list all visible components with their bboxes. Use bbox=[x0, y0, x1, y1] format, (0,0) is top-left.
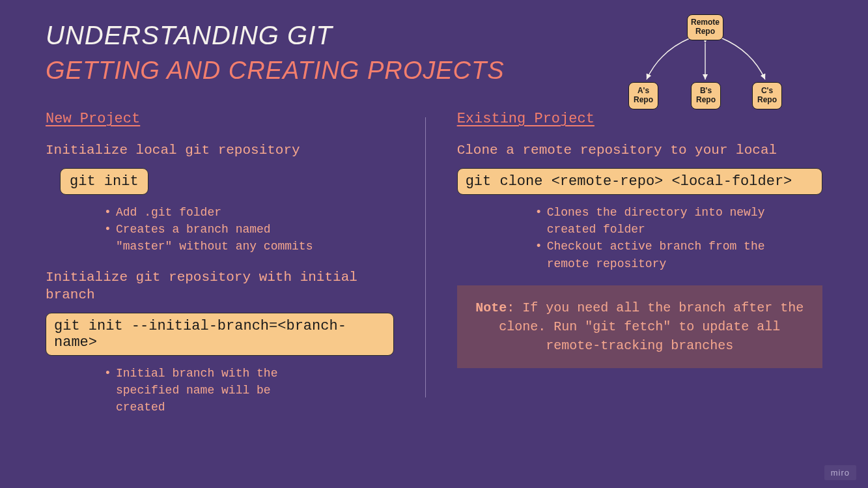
list-item: Clones the directory into newly created … bbox=[535, 204, 770, 238]
bullets-git-init: Add .git folder Creates a branch named "… bbox=[104, 204, 319, 255]
note-body: : If you need all the branch after the c… bbox=[499, 300, 804, 353]
list-item: Add .git folder bbox=[104, 204, 319, 221]
bullets-git-clone: Clones the directory into newly created … bbox=[535, 204, 770, 272]
node-a-repo: A'sRepo bbox=[628, 82, 658, 109]
list-item: Initial branch with the specified name w… bbox=[104, 365, 319, 416]
column-divider bbox=[425, 117, 426, 397]
column-existing-project: Existing Project Clone a remote reposito… bbox=[457, 111, 822, 429]
desc-git-clone: Clone a remote repository to your local bbox=[457, 141, 822, 159]
code-git-clone: git clone <remote-repo> <local-folder> bbox=[457, 168, 822, 195]
list-item: Checkout active branch from the remote r… bbox=[535, 238, 770, 272]
watermark: miro bbox=[824, 465, 856, 480]
list-item: Creates a branch named "master" without … bbox=[104, 221, 319, 255]
node-remote-repo: RemoteRepo bbox=[687, 14, 723, 40]
bullets-git-init-branch: Initial branch with the specified name w… bbox=[104, 365, 319, 416]
code-git-init-branch: git init --initial-branch=<branch-name> bbox=[46, 313, 394, 356]
note-box: Note: If you need all the branch after t… bbox=[457, 285, 822, 368]
section-title-new: New Project bbox=[46, 111, 394, 127]
column-new-project: New Project Initialize local git reposit… bbox=[46, 111, 394, 429]
repo-diagram: RemoteRepo A'sRepo B'sRepo C'sRepo bbox=[614, 12, 796, 116]
columns: New Project Initialize local git reposit… bbox=[46, 111, 822, 429]
node-b-repo: B'sRepo bbox=[691, 82, 721, 109]
node-c-repo: C'sRepo bbox=[752, 82, 782, 109]
desc-git-init-branch: Initialize git repository with initial b… bbox=[46, 268, 394, 304]
desc-git-init: Initialize local git repository bbox=[46, 141, 394, 159]
code-git-init: git init bbox=[60, 168, 148, 195]
note-label: Note bbox=[475, 300, 507, 315]
